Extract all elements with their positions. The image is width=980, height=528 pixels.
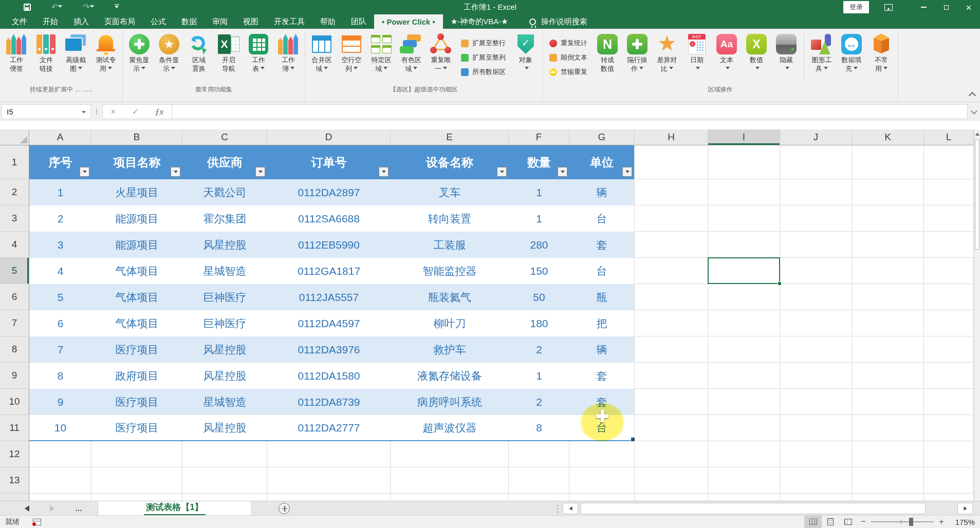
- table-header-cell[interactable]: 数量: [509, 145, 569, 179]
- filter-button[interactable]: [558, 167, 567, 177]
- table-cell[interactable]: 天戳公司: [182, 179, 267, 205]
- ribbon-button[interactable]: 扩展至整列: [458, 50, 509, 65]
- ribbon-button[interactable]: 扩展至整行: [458, 36, 509, 50]
- table-cell[interactable]: 风星控股: [182, 415, 267, 441]
- grid-cell[interactable]: [852, 415, 924, 441]
- table-cell[interactable]: 风星控股: [182, 363, 267, 389]
- page-layout-view-button[interactable]: [822, 516, 839, 528]
- grid-cell[interactable]: [635, 284, 708, 310]
- horizontal-scroll-thumb[interactable]: [580, 503, 926, 514]
- ribbon-button[interactable]: X开启导航: [214, 31, 244, 73]
- zoom-slider[interactable]: [871, 521, 934, 522]
- grid-cell[interactable]: [635, 258, 708, 284]
- grid-cell[interactable]: [569, 467, 635, 494]
- scroll-up-icon[interactable]: [974, 129, 980, 138]
- zoom-out-button[interactable]: −: [857, 517, 870, 527]
- grid-cell[interactable]: [635, 336, 708, 363]
- filter-button[interactable]: [622, 167, 632, 177]
- ribbon-button[interactable]: 工作表: [244, 31, 273, 73]
- menu-tab[interactable]: 审阅: [205, 14, 235, 29]
- grid-cell[interactable]: [780, 415, 852, 441]
- grid-cell[interactable]: [924, 336, 974, 363]
- menu-tab[interactable]: 团队: [343, 14, 374, 29]
- zoom-in-button[interactable]: +: [935, 517, 948, 527]
- filter-button[interactable]: [255, 167, 265, 177]
- grid-cell[interactable]: [924, 284, 974, 310]
- grid-cell[interactable]: [635, 363, 708, 389]
- grid-cell[interactable]: [852, 205, 924, 232]
- grid-cell[interactable]: [924, 494, 974, 501]
- grid-cell[interactable]: [635, 310, 708, 336]
- grid-cell[interactable]: [852, 145, 924, 179]
- column-header-E[interactable]: E: [391, 129, 509, 145]
- grid-cell[interactable]: [635, 145, 708, 179]
- grid-cell[interactable]: [852, 494, 924, 501]
- column-header-B[interactable]: B: [91, 129, 182, 145]
- table-cell[interactable]: 医疗项目: [91, 415, 182, 441]
- grid-cell[interactable]: [635, 389, 708, 415]
- grid-cell[interactable]: [391, 494, 509, 501]
- table-header-cell[interactable]: 供应商: [182, 145, 267, 179]
- table-cell[interactable]: 霍尔集团: [182, 205, 267, 232]
- grid-cell[interactable]: [924, 389, 974, 415]
- grid-cell[interactable]: [509, 494, 569, 501]
- table-cell[interactable]: 8: [509, 415, 569, 441]
- menu-tab[interactable]: • Power Click •: [374, 14, 443, 29]
- table-cell[interactable]: 病房呼叫系统: [391, 389, 509, 415]
- grid-cell[interactable]: [635, 441, 708, 467]
- ribbon-button[interactable]: Aa文本: [712, 31, 742, 73]
- menu-tab[interactable]: 视图: [235, 14, 266, 29]
- grid-cell[interactable]: [852, 284, 924, 310]
- table-header-cell[interactable]: 序号: [29, 145, 91, 179]
- ribbon-button[interactable]: 隔行操作: [622, 31, 652, 73]
- grid-cell[interactable]: [91, 467, 182, 494]
- row-header-1[interactable]: 1: [0, 145, 29, 179]
- table-cell[interactable]: 8: [29, 363, 91, 389]
- grid-cell[interactable]: [852, 467, 924, 494]
- ribbon-button[interactable]: 重复唯一: [426, 31, 456, 73]
- grid-cell[interactable]: [852, 441, 924, 467]
- table-cell[interactable]: 辆: [569, 336, 635, 363]
- row-header-7[interactable]: 7: [0, 310, 29, 336]
- table-cell[interactable]: 1: [509, 205, 569, 232]
- menu-tab[interactable]: 公式: [143, 14, 174, 29]
- table-cell[interactable]: 转向装置: [391, 205, 509, 232]
- table-cell[interactable]: 1: [29, 179, 91, 205]
- restore-button[interactable]: [935, 0, 957, 14]
- grid-cell[interactable]: [708, 415, 780, 441]
- grid-cell[interactable]: [708, 205, 780, 232]
- grid-cell[interactable]: [852, 389, 924, 415]
- table-cell[interactable]: 医疗项目: [91, 389, 182, 415]
- ribbon-button[interactable]: OCT1日期: [682, 31, 712, 73]
- table-cell[interactable]: 风星控股: [182, 336, 267, 363]
- tell-me-search[interactable]: 操作说明搜索: [529, 14, 587, 29]
- grid-cell[interactable]: [924, 310, 974, 336]
- table-cell[interactable]: 1: [509, 363, 569, 389]
- table-cell[interactable]: 4: [29, 258, 91, 284]
- grid-cell[interactable]: [852, 258, 924, 284]
- menu-tab[interactable]: 开始: [35, 14, 66, 29]
- table-cell[interactable]: 0112DA2777: [267, 415, 391, 441]
- row-header-8[interactable]: 8: [0, 336, 29, 363]
- ribbon-display-options-icon[interactable]: [884, 4, 893, 11]
- grid-cell[interactable]: [635, 494, 708, 501]
- row-header-14[interactable]: 14: [0, 494, 29, 501]
- grid-cell[interactable]: [391, 441, 509, 467]
- grid-cell[interactable]: [509, 441, 569, 467]
- grid-cell[interactable]: [924, 363, 974, 389]
- row-header-9[interactable]: 9: [0, 363, 29, 389]
- table-cell[interactable]: 液氮存储设备: [391, 363, 509, 389]
- table-cell[interactable]: 柳叶刀: [391, 310, 509, 336]
- table-cell[interactable]: 气体项目: [91, 310, 182, 336]
- grid-cell[interactable]: [852, 336, 924, 363]
- column-header-F[interactable]: F: [509, 129, 569, 145]
- grid-cell[interactable]: [924, 467, 974, 494]
- column-header-G[interactable]: G: [569, 129, 635, 145]
- minimize-button[interactable]: [912, 0, 935, 14]
- table-cell[interactable]: 0112EB5990: [267, 232, 391, 258]
- filter-button[interactable]: [379, 167, 389, 177]
- grid-cell[interactable]: [182, 494, 267, 501]
- grid-cell[interactable]: [708, 310, 780, 336]
- table-resize-handle[interactable]: [631, 437, 635, 442]
- ribbon-button[interactable]: ↔数据填充: [837, 31, 866, 73]
